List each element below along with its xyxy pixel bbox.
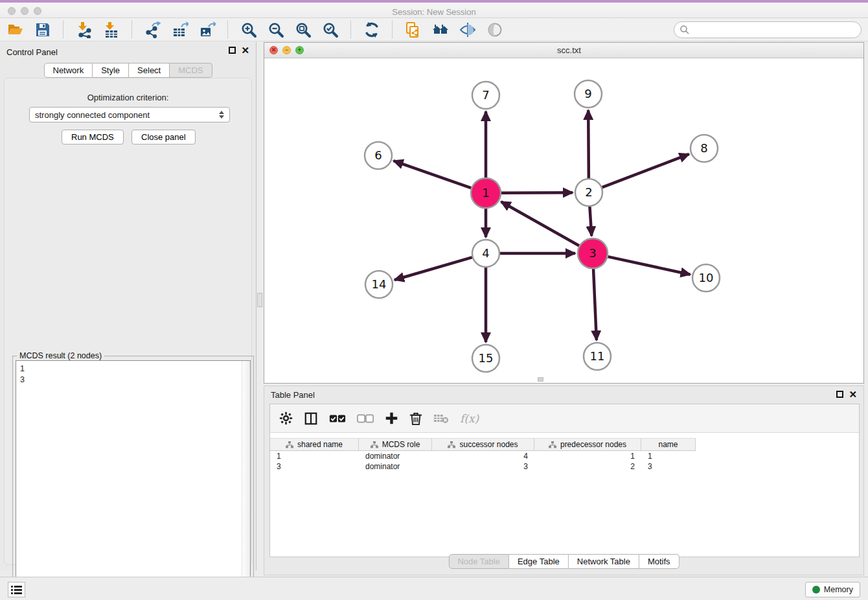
svg-text:14: 14: [372, 277, 387, 291]
tab-network-table[interactable]: Network Table: [569, 554, 639, 569]
toolbar-separator: [131, 21, 132, 38]
graph-node-3[interactable]: 3: [578, 238, 608, 268]
column-header-name[interactable]: name: [641, 438, 696, 451]
graph-node-10[interactable]: 10: [692, 264, 720, 292]
graph-edge-3-1[interactable]: [501, 202, 580, 246]
graph-node-2[interactable]: 2: [575, 179, 602, 206]
svg-text:1: 1: [482, 186, 489, 200]
graph-node-4[interactable]: 4: [472, 240, 499, 267]
export-image-icon[interactable]: [198, 21, 216, 38]
add-icon[interactable]: [385, 411, 398, 425]
tab-mcds[interactable]: MCDS: [170, 63, 212, 78]
table-row[interactable]: 3dominator323: [270, 461, 859, 472]
graph-edge-3-10[interactable]: [608, 257, 690, 275]
run-mcds-button[interactable]: Run MCDS: [62, 130, 124, 144]
graph-edge-1-6[interactable]: [394, 161, 472, 188]
svg-text:8: 8: [700, 141, 707, 155]
close-panel-icon[interactable]: ✕: [241, 47, 249, 54]
column-header-successor-nodes[interactable]: successor nodes: [432, 438, 534, 451]
graph-node-1[interactable]: 1: [471, 178, 501, 208]
svg-text:9: 9: [584, 87, 591, 100]
table-cell[interactable]: 1: [534, 451, 641, 461]
graph-edge-2-3[interactable]: [589, 207, 591, 236]
table-cell[interactable]: 3: [270, 461, 359, 472]
hide-panel-icon[interactable]: [459, 21, 476, 38]
apply-layout-icon[interactable]: [363, 21, 380, 38]
select-all-icon[interactable]: [329, 414, 346, 423]
table-cell[interactable]: 1: [270, 451, 359, 461]
deselect-all-icon[interactable]: [357, 414, 374, 423]
graph-edge-2-9[interactable]: [588, 110, 589, 178]
search-input[interactable]: [674, 21, 862, 38]
close-panel-icon[interactable]: ✕: [849, 391, 857, 398]
svg-text:3: 3: [589, 246, 596, 260]
table-cell[interactable]: dominator: [359, 451, 432, 461]
zoom-selected-icon[interactable]: [321, 21, 339, 38]
tab-edge-table[interactable]: Edge Table: [509, 554, 569, 569]
main-toolbar: [0, 18, 868, 41]
svg-text:6: 6: [374, 148, 382, 162]
graph-node-9[interactable]: 9: [575, 80, 602, 108]
column-header-predecessor-nodes[interactable]: predecessor nodes: [534, 438, 641, 451]
export-network-icon[interactable]: [144, 21, 161, 38]
graph-node-8[interactable]: 8: [691, 135, 718, 162]
toolbar-separator: [63, 21, 63, 38]
optimization-criterion-select[interactable]: strongly connected component: [29, 107, 230, 122]
zoom-fit-icon[interactable]: [294, 21, 312, 38]
scrollbar-track[interactable]: [242, 361, 250, 599]
import-table-icon[interactable]: [102, 21, 120, 38]
mcds-result-title: MCDS result (2 nodes): [17, 351, 104, 360]
graph-edge-3-11[interactable]: [593, 269, 597, 340]
tab-network[interactable]: Network: [43, 63, 93, 78]
table-cell[interactable]: 1: [641, 451, 696, 461]
gear-icon[interactable]: [279, 411, 293, 425]
canvas-hscroll-thumb[interactable]: [538, 377, 543, 382]
delete-table-icon: [433, 413, 449, 424]
import-network-icon[interactable]: [75, 21, 93, 38]
table-cell[interactable]: 3: [432, 461, 534, 472]
tab-motifs[interactable]: Motifs: [639, 554, 680, 569]
table-body: 1dominator4113dominator323: [270, 451, 859, 472]
save-session-icon[interactable]: [34, 21, 51, 38]
table-toolbar: f(x): [270, 404, 859, 433]
columns-icon[interactable]: [304, 411, 318, 426]
graph-edge-2-8[interactable]: [602, 154, 689, 187]
table-cell[interactable]: 3: [641, 461, 696, 472]
delete-icon[interactable]: [409, 411, 422, 426]
column-header-shared-name[interactable]: shared name: [270, 438, 359, 451]
graph-edge-4-14[interactable]: [394, 257, 472, 280]
panel-splitter-handle[interactable]: [257, 293, 262, 307]
graph-node-11[interactable]: 11: [584, 343, 611, 370]
export-table-icon[interactable]: [171, 21, 188, 38]
graph-node-15[interactable]: 15: [472, 345, 499, 372]
mcds-result-text[interactable]: 13: [16, 360, 251, 599]
table-cell[interactable]: dominator: [359, 461, 432, 472]
table-cell[interactable]: 4: [432, 451, 534, 461]
toolbar-separator: [350, 21, 351, 38]
graph-node-14[interactable]: 14: [365, 271, 393, 298]
clone-network-icon[interactable]: [404, 21, 422, 38]
selected-option-label: strongly connected component: [35, 110, 150, 120]
zoom-out-icon[interactable]: [267, 21, 284, 38]
tab-style[interactable]: Style: [93, 63, 129, 78]
table-cell[interactable]: 2: [534, 461, 641, 472]
network-canvas[interactable]: 7968124314101511: [264, 58, 863, 383]
network-window-titlebar[interactable]: ✕ − + scc.txt: [264, 43, 863, 58]
close-panel-button[interactable]: Close panel: [131, 130, 196, 144]
graph-node-7[interactable]: 7: [472, 82, 499, 109]
task-history-button[interactable]: [8, 582, 25, 597]
memory-button[interactable]: Memory: [805, 582, 860, 597]
tab-select[interactable]: Select: [129, 63, 170, 78]
tab-node-table[interactable]: Node Table: [448, 554, 509, 569]
float-panel-icon[interactable]: [229, 47, 236, 54]
svg-text:11: 11: [590, 349, 605, 363]
zoom-in-icon[interactable]: [240, 21, 257, 38]
graph-edge-1-2[interactable]: [501, 192, 573, 193]
table-row[interactable]: 1dominator411: [270, 451, 859, 461]
table-header-row: shared nameMCDS rolesuccessor nodesprede…: [270, 438, 859, 451]
column-header-MCDS-role[interactable]: MCDS role: [359, 438, 432, 451]
open-file-icon[interactable]: [6, 21, 24, 38]
float-panel-icon[interactable]: [836, 391, 843, 398]
open-browser-icon[interactable]: [431, 21, 449, 38]
graph-node-6[interactable]: 6: [365, 142, 392, 169]
